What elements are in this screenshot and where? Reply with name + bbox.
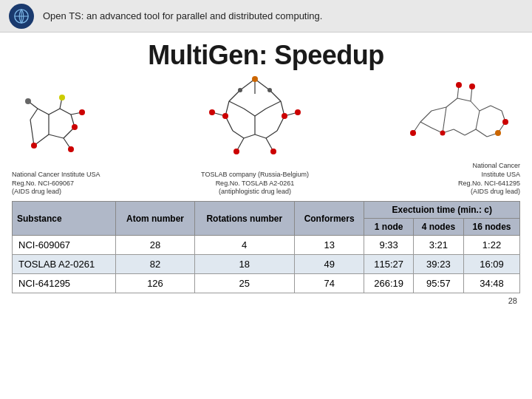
svg-line-66 — [454, 129, 465, 135]
svg-line-7 — [60, 109, 71, 115]
svg-point-80 — [440, 131, 446, 136]
svg-line-12 — [30, 120, 34, 146]
svg-line-29 — [244, 134, 255, 138]
svg-line-64 — [476, 129, 487, 137]
svg-point-46 — [282, 113, 287, 119]
svg-line-38 — [244, 109, 255, 116]
svg-line-27 — [266, 131, 277, 138]
svg-line-71 — [476, 111, 480, 129]
svg-point-20 — [59, 95, 65, 100]
svg-line-10 — [38, 109, 49, 115]
svg-point-79 — [495, 130, 501, 136]
header-text: Open TS: an advanced tool for parallel a… — [43, 10, 322, 21]
svg-point-53 — [238, 88, 242, 92]
svg-line-70 — [443, 107, 446, 133]
svg-point-18 — [72, 124, 78, 130]
images-row: National Cancer Institute USA Reg.No. NC… — [12, 78, 520, 197]
td-substance: NCI-609067 — [13, 236, 116, 255]
svg-point-50 — [295, 109, 301, 115]
svg-line-56 — [446, 98, 457, 107]
svg-line-24 — [270, 90, 281, 101]
td-rotations-number: 25 — [194, 274, 294, 293]
svg-point-49 — [233, 149, 239, 154]
svg-point-45 — [252, 76, 258, 82]
th-node1: 1 node — [364, 219, 413, 236]
svg-point-17 — [31, 143, 37, 149]
table-row: TOSLAB A2-0261 82 18 49 115:27 39:23 16:… — [13, 255, 520, 274]
svg-point-22 — [68, 146, 74, 152]
data-table: Substance Atom number Rotations number C… — [12, 201, 520, 293]
svg-line-54 — [420, 111, 432, 122]
svg-line-11 — [30, 109, 38, 120]
svg-line-58 — [471, 101, 480, 111]
td-conformers: 49 — [294, 255, 364, 274]
svg-line-39 — [229, 101, 244, 109]
svg-point-21 — [25, 98, 31, 104]
table-row: NCI-641295 126 25 74 266:19 95:57 34:48 — [13, 274, 520, 293]
th-atom-number: Atom number — [116, 202, 194, 236]
footer-number: 28 — [12, 296, 520, 305]
molecule-center: TOSLAB company (Russia-Belgium) Reg.No. … — [108, 72, 402, 197]
svg-point-47 — [222, 113, 228, 119]
th-node16: 16 nodes — [463, 219, 519, 236]
svg-line-37 — [266, 101, 281, 109]
table-row: NCI-609067 28 4 13 9:33 3:21 1:22 — [13, 236, 520, 255]
svg-line-4 — [49, 134, 64, 138]
svg-point-77 — [502, 119, 508, 125]
td-substance: NCI-641295 — [13, 274, 116, 293]
td-node4: 3:21 — [413, 236, 463, 255]
svg-line-30 — [233, 131, 244, 138]
mol-label-left: National Cancer Institute USA Reg.No. NC… — [12, 171, 108, 197]
svg-point-76 — [469, 83, 475, 89]
logo — [9, 4, 34, 29]
svg-point-51 — [209, 109, 215, 115]
td-node4: 39:23 — [413, 255, 463, 274]
mol-label-right: National Cancer Institute USA Reg.No. NC… — [458, 162, 520, 197]
td-node16: 16:09 — [463, 255, 519, 274]
svg-line-33 — [229, 90, 240, 101]
th-conformers: Conformers — [294, 202, 364, 236]
svg-line-28 — [255, 134, 266, 138]
td-node1: 266:19 — [364, 274, 413, 293]
svg-point-75 — [456, 82, 462, 88]
svg-line-57 — [457, 98, 471, 101]
td-node16: 1:22 — [463, 236, 519, 255]
molecule-right: National Cancer Institute USA Reg.No. NC… — [402, 70, 520, 197]
td-node4: 95:57 — [413, 274, 463, 293]
td-conformers: 13 — [294, 236, 364, 255]
td-rotations-number: 18 — [194, 255, 294, 274]
svg-line-36 — [255, 109, 266, 116]
page-title: MultiGen: Speedup — [12, 40, 520, 71]
svg-point-78 — [410, 130, 416, 136]
th-execution-time: Exectuion time (min.: c) — [364, 202, 520, 219]
mol-label-center: TOSLAB company (Russia-Belgium) Reg.No. … — [201, 171, 309, 197]
svg-line-8 — [49, 109, 60, 115]
header-bar: Open TS: an advanced tool for parallel a… — [0, 0, 532, 33]
th-rotations-number: Rotations number — [194, 202, 294, 236]
svg-line-55 — [432, 107, 446, 111]
th-substance: Substance — [13, 202, 116, 236]
td-node1: 115:27 — [364, 255, 413, 274]
td-atom-number: 126 — [116, 274, 194, 293]
svg-point-48 — [270, 149, 276, 154]
svg-line-65 — [465, 129, 476, 135]
svg-point-19 — [79, 109, 85, 115]
main-content: MultiGen: Speedup — [0, 33, 532, 311]
svg-line-60 — [491, 106, 502, 111]
td-atom-number: 28 — [116, 236, 194, 255]
td-rotations-number: 4 — [194, 236, 294, 255]
td-atom-number: 82 — [116, 255, 194, 274]
svg-line-69 — [420, 122, 432, 128]
svg-line-59 — [480, 106, 491, 111]
td-conformers: 74 — [294, 274, 364, 293]
td-node1: 9:33 — [364, 236, 413, 255]
th-node4: 4 nodes — [413, 219, 463, 236]
svg-point-52 — [267, 88, 272, 92]
td-node16: 34:48 — [463, 274, 519, 293]
td-substance: TOSLAB A2-0261 — [13, 255, 116, 274]
molecule-left: National Cancer Institute USA Reg.No. NC… — [12, 86, 108, 197]
